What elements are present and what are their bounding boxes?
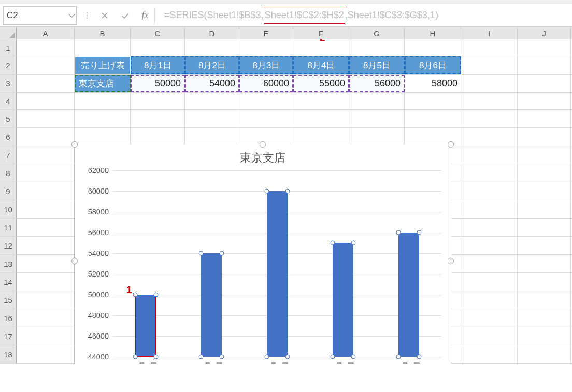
bar[interactable] <box>267 191 288 357</box>
cell[interactable] <box>349 128 405 146</box>
row-header[interactable]: 7 <box>0 146 17 164</box>
cell[interactable] <box>131 128 185 146</box>
row-header[interactable]: 8 <box>0 164 17 182</box>
table-header-date[interactable]: 8月5日 <box>349 56 405 74</box>
cell[interactable] <box>461 56 518 74</box>
cell[interactable] <box>461 237 518 254</box>
table-header-date[interactable]: 8月2日 <box>185 56 239 74</box>
select-all-corner[interactable] <box>0 27 17 39</box>
formula-input[interactable]: =SERIES(Sheet1!$B$3,Sheet1!$C$2:$H$2,She… <box>155 4 569 26</box>
cell[interactable] <box>293 110 349 127</box>
enter-button[interactable] <box>115 6 136 25</box>
row-header[interactable]: 18 <box>0 345 17 363</box>
cell[interactable] <box>461 219 518 236</box>
selection-handle[interactable] <box>448 258 454 264</box>
cell[interactable] <box>17 128 75 146</box>
cell[interactable] <box>239 128 293 146</box>
row-header[interactable]: 6 <box>0 128 17 146</box>
grid-row[interactable]: 4 <box>0 93 572 110</box>
row-header[interactable]: 13 <box>0 255 17 272</box>
table-header-date[interactable]: 8月3日 <box>239 56 293 74</box>
grid-row[interactable]: 5 <box>0 110 572 128</box>
grid-row[interactable]: 3 東京支店 50000 54000 60000 55000 56000 580… <box>0 75 572 93</box>
data-cell[interactable]: 60000 <box>239 75 293 92</box>
chart-object[interactable]: 東京支店 44000460004800050000520005400056000… <box>74 144 451 364</box>
row-header[interactable]: 2 <box>0 56 17 74</box>
cell[interactable] <box>518 39 571 56</box>
data-point-handle[interactable] <box>220 251 224 256</box>
data-cell[interactable]: 50000 <box>131 75 185 92</box>
col-header[interactable]: E <box>239 27 293 39</box>
cell[interactable] <box>461 75 518 92</box>
cell[interactable] <box>239 110 293 127</box>
cell[interactable] <box>17 39 75 56</box>
cell[interactable] <box>461 255 518 272</box>
cell[interactable] <box>461 273 518 291</box>
row-header[interactable]: 5 <box>0 110 17 127</box>
cell[interactable] <box>518 255 571 272</box>
cell[interactable] <box>75 128 131 146</box>
chart-title[interactable]: 東京支店 <box>75 144 451 169</box>
cell[interactable] <box>293 93 349 109</box>
selection-handle[interactable] <box>72 258 78 264</box>
cell[interactable] <box>518 164 571 182</box>
cell[interactable] <box>75 93 131 109</box>
cell[interactable] <box>518 128 571 146</box>
cell[interactable] <box>518 291 571 309</box>
data-point-handle[interactable] <box>199 355 204 359</box>
cell[interactable] <box>461 200 518 218</box>
selection-handle[interactable] <box>72 141 78 148</box>
selection-handle[interactable] <box>260 141 266 148</box>
bar[interactable] <box>333 243 353 357</box>
cell[interactable] <box>17 164 75 182</box>
row-header[interactable]: 4 <box>0 93 17 109</box>
data-cell[interactable]: 58000 <box>405 75 461 92</box>
cell[interactable] <box>17 75 75 92</box>
cell[interactable] <box>17 237 75 254</box>
cell[interactable] <box>17 110 75 127</box>
col-header[interactable]: I <box>461 27 518 39</box>
cell[interactable] <box>17 327 75 345</box>
cell[interactable] <box>518 56 571 74</box>
cell[interactable] <box>518 327 571 345</box>
cell[interactable] <box>405 93 461 109</box>
table-header-date[interactable]: 8月4日 <box>293 56 349 74</box>
data-point-handle[interactable] <box>154 355 159 359</box>
cell[interactable] <box>461 110 518 127</box>
cell[interactable] <box>349 110 405 127</box>
col-header[interactable]: H <box>405 27 461 39</box>
cell[interactable] <box>518 146 571 164</box>
data-point-handle[interactable] <box>133 355 138 359</box>
plot-area[interactable]: 4400046000480005000052000540005600058000… <box>113 170 441 357</box>
cell[interactable] <box>239 93 293 109</box>
data-cell[interactable]: 54000 <box>185 75 239 92</box>
cell[interactable] <box>461 39 518 56</box>
cell[interactable] <box>293 39 349 56</box>
cell[interactable] <box>461 291 518 309</box>
data-point-handle[interactable] <box>133 293 138 297</box>
data-point-handle[interactable] <box>417 355 421 359</box>
table-header-date[interactable]: 8月6日 <box>405 56 461 74</box>
cell[interactable] <box>185 39 239 56</box>
grid-row[interactable]: 2 売り上げ表 8月1日 8月2日 8月3日 8月4日 8月5日 8月6日 <box>0 56 572 75</box>
cell[interactable] <box>518 93 571 109</box>
cell[interactable] <box>185 93 239 109</box>
data-point-handle[interactable] <box>265 189 269 194</box>
fx-icon[interactable]: fx <box>136 10 154 21</box>
cell[interactable] <box>17 56 75 74</box>
cell[interactable] <box>131 110 185 127</box>
cell[interactable] <box>239 39 293 56</box>
dropdown-icon[interactable] <box>68 11 75 18</box>
data-point-handle[interactable] <box>285 189 290 194</box>
row-header[interactable]: 9 <box>0 182 17 200</box>
cell[interactable] <box>17 309 75 327</box>
data-point-handle[interactable] <box>330 241 335 245</box>
data-point-handle[interactable] <box>285 355 290 359</box>
grid-row[interactable]: 1 <box>0 39 572 56</box>
data-point-handle[interactable] <box>396 355 401 359</box>
bar[interactable] <box>135 295 156 357</box>
cell[interactable] <box>461 182 518 200</box>
row-header[interactable]: 16 <box>0 309 17 327</box>
selection-handle[interactable] <box>448 141 454 148</box>
cell[interactable] <box>17 146 75 164</box>
